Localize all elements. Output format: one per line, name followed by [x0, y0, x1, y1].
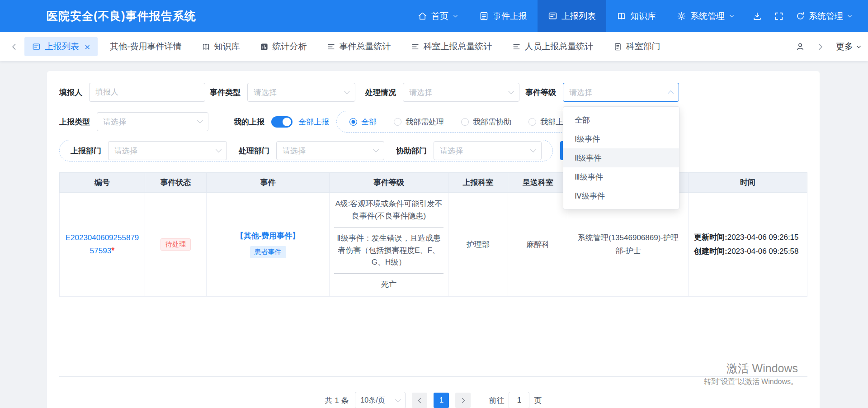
book-icon — [617, 11, 626, 21]
cell-id: E202304060925587957593* — [60, 193, 145, 297]
nav-item-system-manage[interactable]: 系统管理 — [666, 0, 745, 32]
create-time-line: 创建时间:2023-04-06 09:25:58 — [694, 245, 802, 259]
close-icon[interactable]: × — [85, 42, 90, 52]
tab-label: 科室部门 — [626, 41, 660, 52]
tab-other-fee-detail[interactable]: 其他-费用事件详情 — [102, 37, 189, 56]
tab-dept-org[interactable]: 科室部门 — [606, 37, 668, 56]
radio-label: 全部 — [361, 117, 377, 127]
handle-status-select[interactable]: 请选择 — [403, 83, 519, 102]
tabs-scroll-right[interactable] — [812, 43, 828, 51]
tab-dept-total-stats[interactable]: 科室上报总量统计 — [403, 37, 500, 56]
dropdown-option-level3[interactable]: Ⅲ级事件 — [563, 167, 679, 186]
reporter-label: 填报人 — [59, 87, 82, 98]
event-level-select[interactable]: 请选择 全部 Ⅰ级事件 Ⅱ级事件 Ⅲ级事件 Ⅳ级事件 — [563, 83, 679, 102]
gear-icon — [677, 11, 686, 21]
nav-item-label: 事件上报 — [493, 10, 527, 22]
handle-dept-select[interactable]: 请选择 — [276, 141, 384, 160]
event-type-select[interactable]: 请选择 — [247, 83, 355, 102]
nav-item-label: 首页 — [431, 10, 448, 22]
tab-label: 科室上报总量统计 — [424, 41, 492, 52]
event-title-link[interactable]: 【其他-费用事件】 — [211, 231, 325, 241]
radio-need-assist[interactable]: 我部需协助 — [461, 117, 511, 127]
chart-icon — [260, 43, 269, 51]
tab-label: 统计分析 — [273, 41, 307, 52]
event-level-label: 事件等级 — [525, 87, 556, 98]
radio-icon — [349, 118, 357, 126]
radio-label: 我部需处理 — [406, 117, 444, 127]
next-page-button[interactable] — [455, 393, 471, 408]
chevron-down-icon — [530, 147, 536, 152]
dropdown-option-level4[interactable]: Ⅳ级事件 — [563, 186, 679, 205]
chevron-down-icon — [344, 88, 350, 94]
report-type-select[interactable]: 请选择 — [97, 112, 208, 131]
select-placeholder: 请选择 — [283, 146, 306, 156]
chevron-down-icon — [847, 13, 853, 19]
chevron-left-icon — [416, 397, 423, 404]
list-icon — [32, 43, 41, 51]
event-level-dropdown: 全部 Ⅰ级事件 Ⅱ级事件 Ⅲ级事件 Ⅳ级事件 — [563, 106, 679, 209]
dropdown-option-all[interactable]: 全部 — [563, 110, 679, 129]
person-icon[interactable] — [796, 42, 805, 51]
tab-event-total-stats[interactable]: 事件总量统计 — [319, 37, 399, 56]
nav-item-home[interactable]: 首页 — [407, 0, 469, 32]
current-page[interactable]: 1 — [434, 393, 449, 408]
event-tag-badge: 患者事件 — [250, 246, 286, 258]
dropdown-option-level2[interactable]: Ⅱ级事件 — [563, 148, 679, 167]
tab-statistics[interactable]: 统计分析 — [252, 37, 315, 56]
filter-row-3: 上报部门 请选择 处理部门 请选择 协助部门 请选择 — [59, 140, 807, 161]
header-time: 时间 — [689, 173, 807, 193]
level-section-b: Ⅱ级事件：发生错误，且造成患者伤害（包括损害程度E、F、G、H级） — [330, 228, 448, 273]
goto-page-input[interactable] — [509, 392, 529, 408]
radio-all[interactable]: 全部 — [349, 117, 377, 127]
bars-icon — [411, 43, 420, 51]
reporter-text: 系统管理(13546906869)-护理部-护士 — [573, 232, 684, 257]
report-dept-select[interactable]: 请选择 — [108, 141, 227, 160]
nav-item-knowledge[interactable]: 知识库 — [606, 0, 666, 32]
select-placeholder: 请选择 — [254, 87, 277, 98]
select-placeholder: 请选择 — [569, 87, 592, 98]
bars-icon — [512, 43, 521, 51]
more-button[interactable]: 更多 — [836, 41, 862, 52]
header-event: 事件 — [207, 173, 330, 193]
chevron-down-icon — [729, 13, 735, 19]
tab-knowledge[interactable]: 知识库 — [194, 37, 248, 56]
radio-label: 我部需协助 — [473, 117, 511, 127]
cell-event: 【其他-费用事件】 患者事件 — [207, 193, 330, 297]
header-level: 事件等级 — [330, 173, 448, 193]
list-icon — [548, 11, 557, 21]
header-id: 编号 — [60, 173, 145, 193]
radio-icon — [461, 118, 469, 126]
level-section-a: A级:客观环境或条件可能引发不良事件(不良事件隐患) — [330, 193, 448, 227]
event-id-link[interactable]: E202304060925587957593 — [66, 233, 139, 255]
tab-label: 知识库 — [214, 41, 240, 52]
my-report-toggle[interactable] — [271, 116, 292, 128]
header-status: 事件状态 — [145, 173, 207, 193]
assist-dept-select[interactable]: 请选择 — [434, 141, 542, 160]
nav-menu: 首页 事件上报 上报列表 知识库 系统管理 — [407, 0, 745, 32]
chevron-down-icon — [856, 44, 862, 50]
doc-icon — [613, 43, 622, 51]
chevron-down-icon — [216, 147, 222, 152]
all-report-label[interactable]: 全部上报 — [298, 117, 329, 127]
update-time-value: 2023-04-06 09:26:15 — [727, 233, 799, 242]
radio-need-handle[interactable]: 我部需处理 — [394, 117, 444, 127]
page-size-select[interactable]: 10条/页 — [355, 392, 406, 408]
prev-page-button[interactable] — [412, 393, 427, 408]
nav-item-report-list[interactable]: 上报列表 — [538, 0, 606, 32]
chevron-down-icon — [373, 147, 379, 152]
chevron-down-icon — [453, 13, 458, 19]
page-unit-label: 页 — [534, 395, 542, 406]
nav-item-event-report[interactable]: 事件上报 — [469, 0, 538, 32]
status-badge: 待处理 — [160, 238, 191, 251]
reporter-input[interactable] — [95, 88, 199, 97]
dropdown-option-level1[interactable]: Ⅰ级事件 — [563, 129, 679, 148]
create-time-value: 2023-04-06 09:25:58 — [727, 247, 799, 256]
select-placeholder: 请选择 — [440, 146, 463, 156]
tabs-scroll-left[interactable] — [6, 43, 22, 51]
user-menu[interactable]: 系统管理 — [796, 10, 853, 22]
tab-report-list[interactable]: 上报列表 × — [24, 37, 98, 56]
chevron-left-icon — [10, 43, 18, 51]
fullscreen-icon[interactable] — [774, 11, 784, 21]
download-icon[interactable] — [752, 11, 762, 21]
tab-person-total-stats[interactable]: 人员上报总量统计 — [505, 37, 601, 56]
